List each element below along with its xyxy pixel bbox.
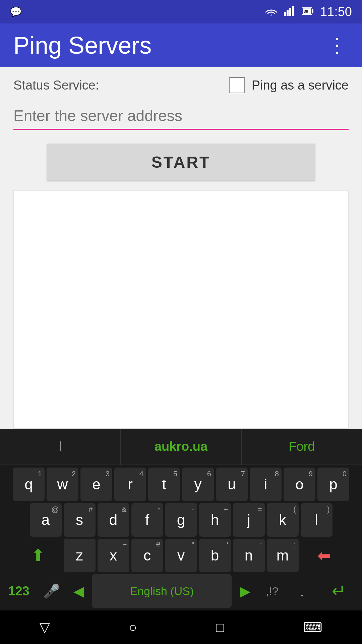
key-a[interactable]: @a [30, 503, 62, 537]
key-rows: 1q 2w 3e 4r 5t 6y 7u 8i 9o 0p @a #s &d *… [0, 465, 362, 610]
suggestion-right[interactable]: Ford [242, 429, 362, 465]
key-row-3: ⬆ z –x ₴c "v 'b :n ;m ⬅ [2, 539, 360, 572]
punct-key[interactable]: ,!? [258, 574, 286, 608]
app-bar: Ping Servers ⋮ [0, 23, 362, 67]
keyboard-button[interactable]: ⌨ [303, 620, 322, 635]
key-m[interactable]: ;m [267, 539, 299, 572]
key-f[interactable]: *f [131, 503, 163, 537]
ping-service-checkbox[interactable] [229, 77, 245, 93]
signal-icon [284, 6, 296, 17]
key-n[interactable]: :n [233, 539, 265, 572]
key-l[interactable]: )l [301, 503, 333, 537]
space-key[interactable]: English (US) [92, 574, 232, 608]
recents-button[interactable]: □ [216, 620, 224, 635]
output-area [13, 191, 349, 429]
key-c[interactable]: ₴c [131, 539, 163, 572]
key-z[interactable]: z [64, 539, 96, 572]
suggestion-left[interactable]: l [0, 429, 121, 465]
more-options-icon[interactable]: ⋮ [327, 34, 349, 57]
status-time: 11:50 [320, 5, 352, 19]
keyboard: l aukro.ua Ford 1q 2w 3e 4r 5t 6y 7u 8i … [0, 429, 362, 610]
key-r[interactable]: 4r [114, 468, 146, 501]
key-q[interactable]: 1q [13, 468, 45, 501]
svg-text:39: 39 [304, 9, 308, 14]
key-b[interactable]: 'b [199, 539, 231, 572]
key-y[interactable]: 6y [182, 468, 214, 501]
status-service-row: Status Service: Ping as a service [13, 77, 349, 93]
key-p[interactable]: 0p [317, 468, 349, 501]
enter-key[interactable]: ↵ [318, 574, 360, 608]
svg-rect-3 [292, 6, 294, 16]
ping-service-group: Ping as a service [229, 77, 349, 93]
shift-key[interactable]: ⬆ [15, 539, 62, 572]
svg-rect-0 [284, 12, 286, 16]
key-u[interactable]: 7u [216, 468, 248, 501]
notification-icon: 💬 [10, 6, 22, 17]
arrow-right-key[interactable]: ▶ [234, 574, 256, 608]
key-row-2: @a #s &d *f -g +h =j (k )l [2, 503, 360, 537]
key-row-bottom: 123 🎤 ◀ English (US) ▶ ,!? . ↵ [2, 574, 360, 608]
backspace-key[interactable]: ⬅ [301, 539, 348, 572]
wifi-icon [264, 6, 278, 17]
key-w[interactable]: 2w [47, 468, 78, 501]
key-e[interactable]: 3e [80, 468, 112, 501]
key-o[interactable]: 9o [284, 468, 315, 501]
key-j[interactable]: =j [233, 503, 265, 537]
suggestion-middle[interactable]: aukro.ua [121, 429, 241, 465]
content-area: Status Service: Ping as a service START [0, 67, 362, 429]
key-v[interactable]: "v [165, 539, 197, 572]
server-address-input[interactable] [13, 103, 349, 130]
numbers-key[interactable]: 123 [2, 574, 36, 608]
arrow-left-key[interactable]: ◀ [68, 574, 90, 608]
key-t[interactable]: 5t [148, 468, 180, 501]
status-bar: 💬 [0, 0, 362, 23]
key-d[interactable]: &d [98, 503, 129, 537]
nav-bar: ▽ ○ □ ⌨ [0, 610, 362, 644]
status-service-label: Status Service: [13, 78, 99, 93]
server-address-field-wrap [13, 103, 349, 130]
key-g[interactable]: -g [165, 503, 197, 537]
mic-key[interactable]: 🎤 [38, 574, 65, 608]
ping-service-label: Ping as a service [252, 78, 349, 93]
back-button[interactable]: ▽ [40, 620, 50, 635]
start-button[interactable]: START [47, 144, 315, 180]
start-button-label: START [152, 153, 210, 171]
svg-rect-1 [287, 10, 289, 16]
suggestions-row: l aukro.ua Ford [0, 429, 362, 465]
svg-rect-5 [312, 9, 313, 13]
key-i[interactable]: 8i [250, 468, 282, 501]
key-k[interactable]: (k [267, 503, 299, 537]
key-h[interactable]: +h [199, 503, 231, 537]
dot-key[interactable]: . [288, 574, 316, 608]
key-s[interactable]: #s [64, 503, 96, 537]
app-title: Ping Servers [13, 32, 152, 59]
home-button[interactable]: ○ [129, 620, 137, 635]
battery-icon: 39 [302, 6, 314, 17]
key-x[interactable]: –x [98, 539, 129, 572]
key-row-1: 1q 2w 3e 4r 5t 6y 7u 8i 9o 0p [2, 468, 360, 501]
svg-rect-2 [289, 8, 291, 16]
